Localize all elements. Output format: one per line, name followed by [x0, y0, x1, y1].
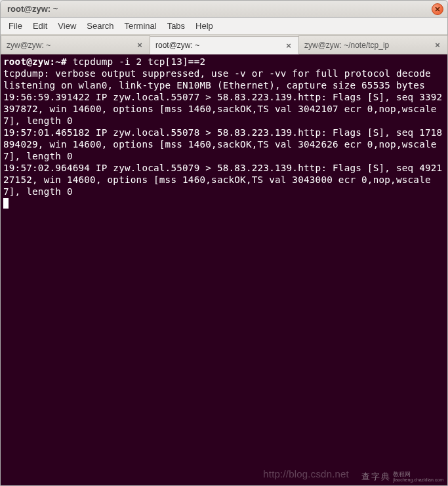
output-line: tcpdump: verbose output suppressed, use …: [3, 68, 445, 79]
tab-label: zyw@zyw: ~/note/tcp_ip: [304, 41, 389, 50]
tab-close-icon[interactable]: ×: [284, 41, 293, 50]
watermark-brand: 查字典 教程网 jiaocheng.chazidian.com: [361, 471, 443, 483]
close-icon: [435, 7, 440, 12]
menu-terminal[interactable]: Terminal: [119, 19, 162, 33]
menu-tabs[interactable]: Tabs: [162, 19, 190, 33]
watermark-url: http://blog.csdn.net: [263, 468, 349, 480]
output-line: listening on wlan0, link-type EN10MB (Et…: [3, 79, 445, 91]
terminal-content[interactable]: root@zyw:~# tcpdump -i 2 tcp[13]==2 tcpd…: [1, 54, 447, 485]
tabbar: zyw@zyw: ~ × root@zyw: ~ × zyw@zyw: ~/no…: [1, 35, 447, 54]
output-line: 19:57:02.964694 IP zyw.local.55079 > 58.…: [3, 162, 445, 197]
prompt-line: root@zyw:~# tcpdump -i 2 tcp[13]==2: [3, 56, 445, 68]
output-line: 19:56:59.391422 IP zyw.local.55077 > 58.…: [3, 91, 445, 127]
watermark-domain: jiaocheng.chazidian.com: [393, 477, 443, 482]
cursor-line: [3, 197, 445, 209]
window-controls: [432, 3, 443, 15]
tab-2[interactable]: zyw@zyw: ~/note/tcp_ip ×: [298, 35, 448, 54]
menu-view[interactable]: View: [52, 19, 81, 33]
menubar: File Edit View Search Terminal Tabs Help: [1, 18, 447, 35]
menu-help[interactable]: Help: [190, 19, 218, 33]
menu-search[interactable]: Search: [81, 19, 119, 33]
titlebar[interactable]: root@zyw: ~: [1, 1, 447, 18]
tab-label: zyw@zyw: ~: [7, 41, 51, 50]
shell-prompt: root@zyw:~#: [3, 56, 67, 67]
tab-1[interactable]: root@zyw: ~ ×: [150, 36, 299, 54]
watermark-sub: 教程网: [393, 472, 443, 477]
menu-edit[interactable]: Edit: [28, 19, 52, 33]
close-button[interactable]: [432, 3, 443, 15]
tab-close-icon[interactable]: ×: [135, 41, 144, 50]
window-title: root@zyw: ~: [7, 4, 58, 14]
tab-label: root@zyw: ~: [155, 41, 199, 50]
menu-file[interactable]: File: [3, 19, 28, 33]
shell-command: tcpdump -i 2 tcp[13]==2: [73, 56, 206, 67]
watermark-brand-text: 查字典: [361, 471, 391, 483]
terminal-window: root@zyw: ~ File Edit View Search Termin…: [0, 0, 448, 486]
terminal-cursor: [3, 198, 9, 209]
output-line: 19:57:01.465182 IP zyw.local.55078 > 58.…: [3, 127, 445, 162]
tab-0[interactable]: zyw@zyw: ~ ×: [1, 35, 150, 54]
tab-close-icon[interactable]: ×: [433, 41, 442, 50]
